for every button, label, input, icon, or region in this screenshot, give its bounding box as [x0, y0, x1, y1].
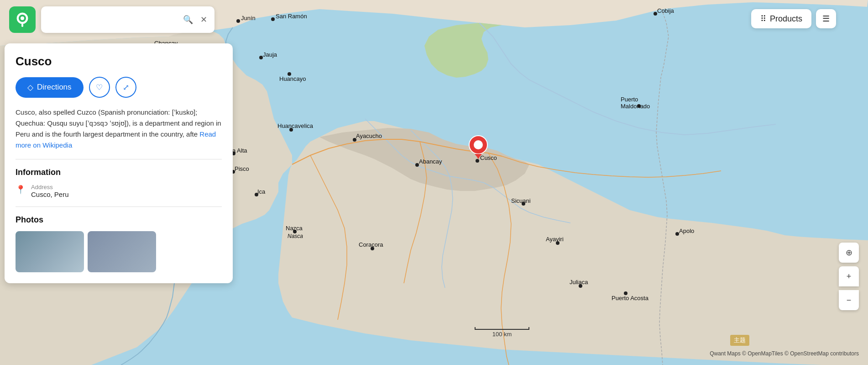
minus-icon: −: [847, 296, 852, 305]
share-button[interactable]: ⤢: [115, 77, 136, 98]
scale-bar: 100 km: [475, 327, 529, 339]
info-section: Information 📍 Address Cusco, Peru: [16, 168, 222, 198]
photos-preview: [16, 231, 222, 272]
plus-icon: +: [847, 272, 852, 281]
app-logo: [9, 6, 36, 33]
menu-button[interactable]: ☰: [816, 9, 836, 28]
heart-icon: ♡: [96, 83, 103, 92]
photos-title: Photos: [16, 215, 222, 225]
svg-point-2: [474, 140, 483, 149]
top-bar: Cusco 🔍 ✕: [0, 0, 868, 39]
svg-rect-7: [21, 23, 23, 27]
address-text-group: Address Cusco, Peru: [31, 184, 69, 198]
divider-2: [16, 206, 222, 207]
products-label: Products: [770, 14, 802, 24]
read-more-link[interactable]: Read more on Wikipedia: [16, 130, 216, 149]
products-area: ⠿ Products ☰: [751, 9, 836, 28]
zoom-in-button[interactable]: +: [839, 266, 859, 286]
address-row: 📍 Address Cusco, Peru: [16, 184, 222, 198]
location-pin: [468, 135, 488, 160]
scale-label: 100 km: [492, 331, 512, 338]
divider-1: [16, 159, 222, 159]
favorite-button[interactable]: ♡: [89, 77, 110, 98]
search-bar: Cusco 🔍 ✕: [41, 6, 214, 33]
svg-point-6: [21, 16, 24, 20]
map-controls: ⊕ + −: [839, 243, 859, 310]
information-title: Information: [16, 168, 222, 177]
directions-button[interactable]: ◇ Directions: [16, 77, 84, 98]
sidebar-scroll[interactable]: Cusco ◇ Directions ♡ ⤢ Cusco, also spell…: [5, 43, 233, 283]
watermark: 主题: [730, 335, 749, 346]
photo-thumb-1[interactable]: [16, 231, 84, 272]
place-title: Cusco: [16, 54, 222, 69]
share-icon: ⤢: [123, 83, 129, 92]
description-text: Cusco, also spelled Cuzco (Spanish pronu…: [16, 107, 222, 151]
photos-section: Photos: [16, 215, 222, 272]
address-pin-icon: 📍: [16, 185, 26, 195]
address-value: Cusco, Peru: [31, 190, 69, 198]
action-row: ◇ Directions ♡ ⤢: [16, 77, 222, 98]
close-icon[interactable]: ✕: [199, 13, 209, 26]
search-icon[interactable]: 🔍: [181, 13, 195, 26]
directions-label: Directions: [37, 83, 72, 92]
sidebar-panel: Cusco ◇ Directions ♡ ⤢ Cusco, also spell…: [5, 43, 233, 283]
hamburger-icon: ☰: [822, 14, 830, 23]
attribution: Qwant Maps © OpenMapTiles © OpenStreetMa…: [710, 350, 859, 357]
address-label: Address: [31, 184, 69, 190]
scale-line: [475, 327, 529, 330]
photo-thumb-2[interactable]: [88, 231, 156, 272]
search-input[interactable]: Cusco: [47, 15, 181, 24]
directions-icon: ◇: [27, 83, 33, 92]
locate-button[interactable]: ⊕: [839, 243, 859, 263]
svg-marker-3: [475, 154, 482, 159]
locate-icon: ⊕: [846, 248, 852, 258]
zoom-out-button[interactable]: −: [839, 290, 859, 310]
products-button[interactable]: ⠿ Products: [751, 9, 811, 28]
products-grid-icon: ⠿: [760, 14, 766, 24]
